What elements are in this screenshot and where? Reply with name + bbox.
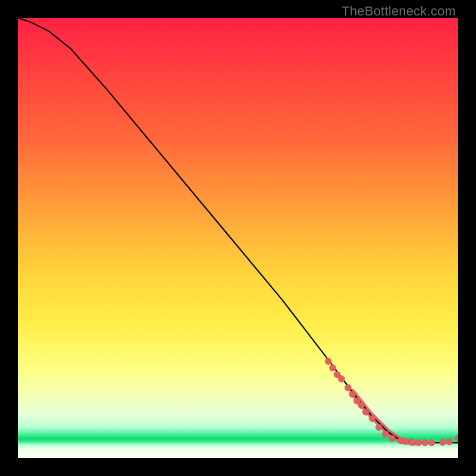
chart-frame: TheBottleneck.com xyxy=(0,0,476,476)
background-gradient xyxy=(18,18,458,458)
plot-area xyxy=(18,18,458,458)
watermark-text: TheBottleneck.com xyxy=(342,4,456,19)
